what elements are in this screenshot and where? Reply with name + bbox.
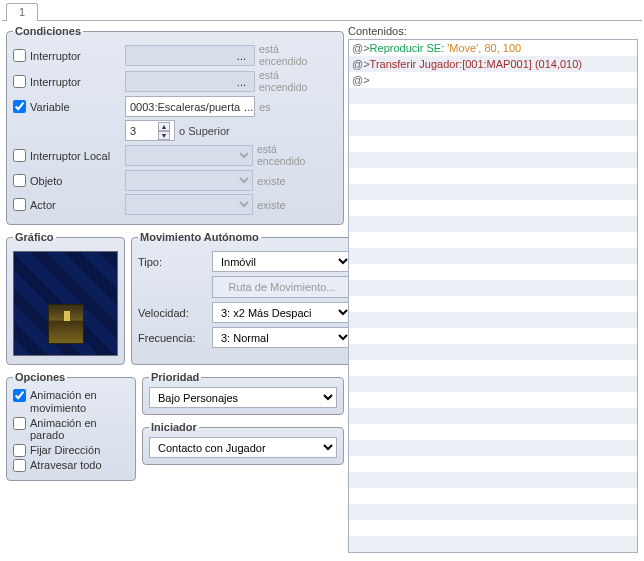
item-select[interactable] [125, 170, 253, 191]
command-line[interactable] [349, 184, 637, 200]
ellipsis-icon[interactable]: ... [233, 50, 250, 62]
command-line[interactable] [349, 424, 637, 440]
movement-route-button[interactable]: Ruta de Movimiento... [212, 276, 352, 298]
conditions-legend: Condiciones [13, 25, 83, 37]
command-line[interactable] [349, 520, 637, 536]
command-args: [001:MAP001] (014,010) [462, 58, 582, 70]
command-line[interactable] [349, 152, 637, 168]
command-line[interactable] [349, 440, 637, 456]
command-line[interactable] [349, 216, 637, 232]
movement-type-select[interactable]: Inmóvil [212, 251, 352, 272]
command-line[interactable] [349, 504, 637, 520]
options-group: Opciones Animación en movimiento Animaci… [6, 371, 136, 481]
command-line[interactable] [349, 104, 637, 120]
command-line[interactable] [349, 136, 637, 152]
command-line[interactable] [349, 488, 637, 504]
command-line[interactable] [349, 344, 637, 360]
switch1-field[interactable]: ... [125, 45, 255, 66]
command-line[interactable] [349, 88, 637, 104]
trigger-select[interactable]: Contacto con Jugador [149, 437, 337, 458]
command-line[interactable] [349, 248, 637, 264]
tab-bar: 1 [2, 2, 642, 21]
command-line[interactable] [349, 456, 637, 472]
prompt-icon: @> [352, 58, 370, 70]
options-legend: Opciones [13, 371, 67, 383]
switch2-checkbox[interactable] [13, 75, 26, 88]
local-switch-select[interactable] [125, 145, 253, 166]
variable-label: Variable [30, 101, 70, 113]
priority-legend: Prioridad [149, 371, 201, 383]
command-line[interactable] [349, 392, 637, 408]
switch2-field[interactable]: ... [125, 71, 255, 92]
movement-legend: Movimiento Autónomo [138, 231, 261, 243]
command-line[interactable] [349, 376, 637, 392]
command-name: Transferir Jugador: [370, 58, 463, 70]
command-line[interactable] [349, 408, 637, 424]
item-hint: existe [257, 175, 327, 187]
variable-value-stepper[interactable]: 3 ▲▼ [125, 120, 175, 141]
command-line[interactable] [349, 472, 637, 488]
switch2-hint: está encendido [259, 70, 329, 93]
graphic-preview[interactable] [13, 251, 118, 356]
command-line[interactable] [349, 296, 637, 312]
event-commands-list[interactable]: @>Reproducir SE: 'Move', 80, 100@>Transf… [348, 39, 638, 553]
walk-anim-checkbox[interactable] [13, 389, 26, 402]
command-line[interactable] [349, 536, 637, 552]
command-line[interactable]: @>Transferir Jugador:[001:MAP001] (014,0… [349, 56, 637, 72]
fix-dir-label: Fijar Dirección [30, 444, 100, 457]
local-switch-label: Interruptor Local [30, 150, 110, 162]
command-line[interactable] [349, 312, 637, 328]
command-line[interactable] [349, 120, 637, 136]
switch1-checkbox[interactable] [13, 49, 26, 62]
actor-hint: existe [257, 199, 327, 211]
through-checkbox[interactable] [13, 459, 26, 472]
through-label: Atravesar todo [30, 459, 102, 472]
event-page-tab-1[interactable]: 1 [6, 3, 38, 21]
switch2-label: Interruptor [30, 76, 81, 88]
stepper-up-icon[interactable]: ▲ [158, 122, 170, 131]
ellipsis-icon[interactable]: ... [240, 101, 257, 113]
command-line[interactable]: @>Reproducir SE: 'Move', 80, 100 [349, 40, 637, 56]
command-name: Reproducir SE: [370, 42, 445, 54]
actor-checkbox[interactable] [13, 198, 26, 211]
command-line[interactable] [349, 264, 637, 280]
actor-label: Actor [30, 199, 56, 211]
command-line[interactable] [349, 360, 637, 376]
ellipsis-icon[interactable]: ... [233, 76, 250, 88]
graphic-legend: Gráfico [13, 231, 56, 243]
speed-label: Velocidad: [138, 307, 208, 319]
local-switch-checkbox[interactable] [13, 149, 26, 162]
variable-checkbox[interactable] [13, 100, 26, 113]
command-line[interactable] [349, 200, 637, 216]
conditions-group: Condiciones Interruptor ... está encendi… [6, 25, 344, 225]
trigger-legend: Iniciador [149, 421, 199, 433]
movement-speed-select[interactable]: 3: x2 Más Despaci [212, 302, 352, 323]
walk-anim-label: Animación en movimiento [30, 389, 129, 414]
command-line[interactable] [349, 232, 637, 248]
freq-label: Frecuencia: [138, 332, 208, 344]
switch1-label: Interruptor [30, 50, 81, 62]
contents-label: Contenidos: [348, 25, 638, 37]
command-line[interactable] [349, 280, 637, 296]
variable-hint: es [259, 101, 329, 113]
chest-icon [48, 304, 84, 344]
actor-select[interactable] [125, 194, 253, 215]
switch1-hint: está encendido [259, 44, 329, 67]
step-anim-checkbox[interactable] [13, 417, 26, 430]
command-line[interactable] [349, 168, 637, 184]
type-label: Tipo: [138, 256, 208, 268]
stepper-down-icon[interactable]: ▼ [158, 131, 170, 140]
command-line[interactable]: @> [349, 72, 637, 88]
movement-group: Movimiento Autónomo Tipo: Inmóvil Ruta d… [131, 231, 359, 365]
command-args: 'Move', 80, 100 [444, 42, 521, 54]
fix-dir-checkbox[interactable] [13, 444, 26, 457]
movement-freq-select[interactable]: 3: Normal [212, 327, 352, 348]
graphic-group: Gráfico [6, 231, 125, 365]
variable-field[interactable]: 0003:Escaleras/puerta ... [125, 96, 255, 117]
item-checkbox[interactable] [13, 174, 26, 187]
priority-select[interactable]: Bajo Personajes [149, 387, 337, 408]
variable-num-hint: o Superior [179, 125, 230, 137]
prompt-icon: @> [352, 74, 370, 86]
command-line[interactable] [349, 328, 637, 344]
priority-group: Prioridad Bajo Personajes [142, 371, 344, 415]
